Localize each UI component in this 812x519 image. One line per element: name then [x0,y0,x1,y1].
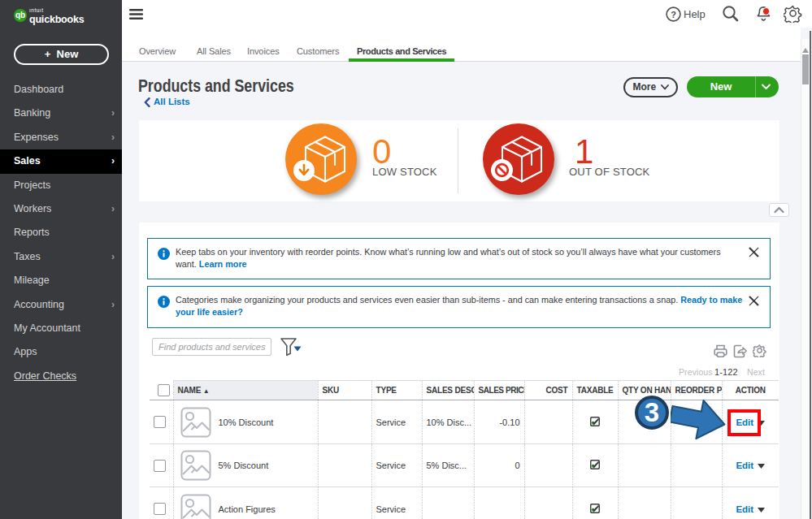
svg-text:?: ? [671,10,676,19]
